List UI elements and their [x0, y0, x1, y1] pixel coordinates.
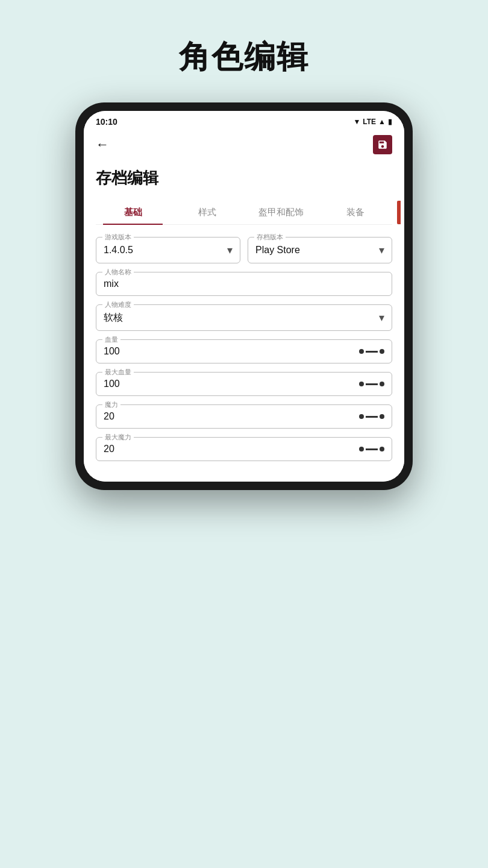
phone-screen: 10:10 ▼ LTE ▲ ▮ ← 存档编辑 基础 样式 [84, 111, 404, 482]
wifi-icon: ▼ [353, 118, 360, 126]
hp-value: 100 [104, 346, 384, 357]
max-hp-value: 100 [104, 379, 384, 389]
tabs-row: 基础 样式 盔甲和配饰 装备 [96, 201, 392, 225]
game-version-dropdown-icon: ▾ [227, 244, 233, 257]
mp-label: 魔力 [102, 400, 120, 409]
difficulty-value: 软核 ▾ [104, 311, 384, 324]
phone-frame: 10:10 ▼ LTE ▲ ▮ ← 存档编辑 基础 样式 [75, 102, 413, 490]
save-version-value: Play Store ▾ [255, 244, 384, 257]
mp-row: 魔力 20 [96, 404, 392, 429]
max-mp-value: 20 [104, 444, 384, 454]
status-bar: 10:10 ▼ LTE ▲ ▮ [84, 111, 404, 130]
save-version-field[interactable]: 存档版本 Play Store ▾ [248, 237, 392, 263]
tab-style[interactable]: 样式 [170, 201, 244, 224]
hp-stepper[interactable] [359, 349, 384, 354]
signal-icon: ▲ [378, 118, 386, 126]
mp-field[interactable]: 魔力 20 [96, 404, 392, 429]
max-mp-field[interactable]: 最大魔力 20 [96, 437, 392, 461]
max-mp-label: 最大魔力 [102, 433, 134, 442]
game-version-field[interactable]: 游戏版本 1.4.0.5 ▾ [96, 237, 240, 263]
lte-label: LTE [363, 118, 376, 126]
character-name-field[interactable]: 人物名称 mix [96, 272, 392, 296]
character-name-value: mix [104, 278, 384, 289]
save-version-label: 存档版本 [254, 233, 286, 242]
game-version-value: 1.4.0.5 ▾ [104, 244, 233, 257]
character-name-row: 人物名称 mix [96, 272, 392, 296]
hp-row: 血量 100 [96, 339, 392, 363]
status-icons: ▼ LTE ▲ ▮ [353, 118, 392, 126]
game-version-label: 游戏版本 [102, 233, 134, 242]
save-button[interactable] [373, 135, 392, 154]
mp-value: 20 [104, 411, 384, 422]
mp-stepper[interactable] [359, 414, 384, 419]
tab-right-indicator [397, 201, 401, 224]
hp-field[interactable]: 血量 100 [96, 339, 392, 363]
hp-label: 血量 [102, 335, 120, 344]
max-mp-row: 最大魔力 20 [96, 437, 392, 461]
tab-equipment[interactable]: 装备 [318, 201, 392, 224]
max-hp-stepper[interactable] [359, 382, 384, 386]
difficulty-row: 人物难度 软核 ▾ [96, 304, 392, 331]
page-title: 角色编辑 [179, 36, 309, 78]
app-header: ← [84, 130, 404, 162]
difficulty-dropdown-icon: ▾ [379, 311, 384, 324]
difficulty-label: 人物难度 [102, 300, 134, 309]
battery-icon: ▮ [388, 118, 392, 126]
version-row: 游戏版本 1.4.0.5 ▾ 存档版本 Play Store ▾ [96, 237, 392, 263]
save-version-dropdown-icon: ▾ [379, 244, 384, 257]
back-button[interactable]: ← [96, 137, 109, 153]
difficulty-field[interactable]: 人物难度 软核 ▾ [96, 304, 392, 331]
tab-basic[interactable]: 基础 [96, 201, 170, 224]
section-title: 存档编辑 [96, 168, 392, 189]
tab-armor[interactable]: 盔甲和配饰 [244, 201, 318, 224]
content-area: 存档编辑 基础 样式 盔甲和配饰 装备 游戏版本 1.4.0.5 ▾ [84, 168, 404, 482]
max-hp-label: 最大血量 [102, 368, 134, 377]
status-time: 10:10 [96, 117, 117, 127]
max-hp-field[interactable]: 最大血量 100 [96, 372, 392, 396]
character-name-label: 人物名称 [102, 268, 134, 277]
max-mp-stepper[interactable] [359, 447, 384, 451]
max-hp-row: 最大血量 100 [96, 372, 392, 396]
